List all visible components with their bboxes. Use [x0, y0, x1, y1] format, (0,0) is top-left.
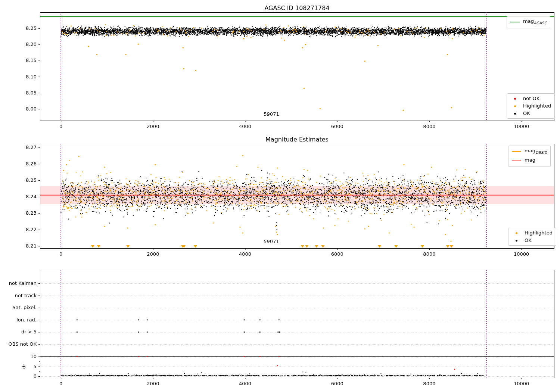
y-tick-label: 8.23 — [11, 210, 37, 216]
green-line-sample — [510, 22, 520, 22]
plot-canvas — [0, 0, 560, 392]
legend-label: magOBSID — [525, 148, 547, 156]
x-tick-label: 0 — [46, 381, 76, 386]
y-tick-label: 8.10 — [11, 74, 37, 80]
flag-label: OBS not OK — [0, 341, 37, 347]
y-tick-label: 8.27 — [11, 144, 37, 150]
middle-plot-title: Magnitude Estimates — [40, 136, 554, 143]
figure-root: AGASC ID 108271784 Magnitude Estimates 5… — [0, 0, 560, 392]
legend-entry-mag-obsid: magOBSID — [512, 148, 547, 156]
legend-entry-ok: OK — [512, 237, 553, 243]
red-line-sample — [512, 161, 521, 161]
y-tick-label: 8.25 — [11, 177, 37, 183]
y-tick-label: 8.20 — [11, 41, 37, 47]
x-tick-label: 10000 — [507, 251, 536, 257]
x-tick-label: 2000 — [138, 251, 168, 257]
x-tick-label: 4000 — [230, 381, 260, 386]
x-tick-label: 4000 — [230, 251, 260, 257]
dr-tick-label: 5 — [11, 364, 37, 369]
legend-entry-highlighted: Highlighted — [510, 103, 551, 109]
x-tick-label: 8000 — [414, 251, 444, 257]
x-tick-label: 8000 — [414, 124, 444, 129]
legend-entry-mag: mag — [512, 157, 547, 165]
legend-entry-not-ok: not OK — [510, 96, 551, 102]
x-tick-label: 4000 — [230, 124, 260, 129]
legend-entry-highlighted: Highlighted — [512, 230, 553, 236]
y-tick-label: 8.26 — [11, 161, 37, 167]
flag-label: Sat. pixel. — [0, 305, 37, 310]
x-tick-label: 10000 — [507, 381, 536, 386]
legend-label: Highlighted — [525, 230, 553, 236]
top-plot-title: AGASC ID 108271784 — [40, 4, 554, 12]
x-tick-label: 2000 — [138, 124, 168, 129]
orange-dot-icon — [516, 232, 517, 234]
y-tick-label: 8.05 — [11, 90, 37, 96]
flag-label: Ion. rad. — [0, 317, 37, 323]
legend-status-middle: Highlighted OK — [508, 228, 556, 246]
x-tick-label: 2000 — [138, 381, 168, 386]
flag-label: not track — [0, 293, 37, 298]
legend-label: mag — [525, 157, 535, 165]
legend-label: Highlighted — [523, 103, 551, 109]
black-dot-icon — [514, 113, 516, 115]
x-tick-label: 10000 — [507, 124, 536, 129]
legend-mag-agasc: magAGASC — [507, 16, 550, 28]
y-tick-label: 8.00 — [11, 106, 37, 112]
y-tick-label: 8.15 — [11, 57, 37, 63]
x-tick-label: 0 — [46, 124, 76, 129]
legend-label: not OK — [523, 96, 539, 102]
x-tick-label: 0 — [46, 251, 76, 257]
red-dot-icon — [514, 98, 516, 100]
obsid-annotation-top: 59071 — [256, 111, 286, 117]
y-tick-label: 8.25 — [11, 25, 37, 31]
black-dot-icon — [516, 240, 517, 242]
legend-label: OK — [523, 111, 530, 116]
legend-entry-mag-agasc: magAGASC — [510, 18, 547, 26]
y-tick-label: 8.22 — [11, 227, 37, 232]
flag-label: not Kalman — [0, 280, 37, 286]
x-tick-label: 6000 — [322, 251, 352, 257]
dr-tick-label: 10 — [11, 354, 37, 359]
legend-label: magAGASC — [523, 18, 547, 26]
x-tick-label: 8000 — [414, 381, 444, 386]
flag-label: dr > 5 — [0, 329, 37, 335]
y-tick-label: 8.21 — [11, 243, 37, 249]
y-tick-label: 8.24 — [11, 194, 37, 199]
obsid-annotation-middle: 59071 — [256, 239, 286, 244]
legend-mag-lines: magOBSID mag — [508, 146, 551, 167]
dr-tick-label: 0 — [11, 373, 37, 379]
legend-status-top: not OK Highlighted OK — [507, 93, 555, 119]
legend-entry-ok: OK — [510, 111, 551, 116]
x-tick-label: 6000 — [322, 124, 352, 129]
orange-line-sample — [512, 151, 521, 152]
x-tick-label: 6000 — [322, 381, 352, 386]
legend-label: OK — [525, 237, 532, 243]
orange-dot-icon — [514, 105, 516, 107]
